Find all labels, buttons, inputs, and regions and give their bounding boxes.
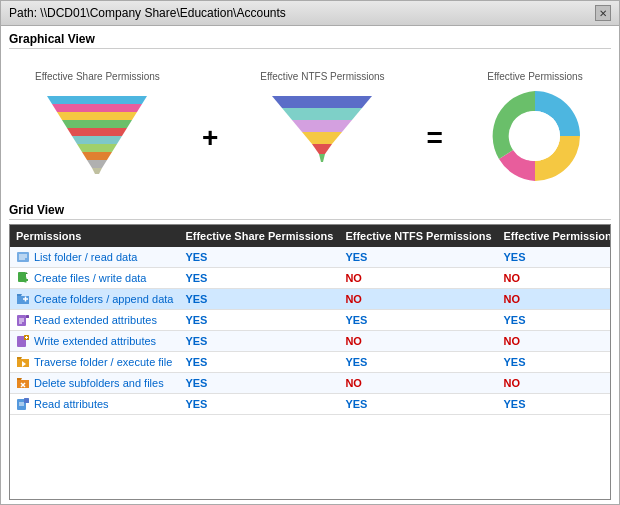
- svg-marker-0: [47, 96, 147, 104]
- col-header-permissions: Permissions: [10, 225, 179, 247]
- svg-marker-13: [302, 132, 342, 144]
- effective-value: YES: [498, 310, 610, 331]
- permission-label: Read extended attributes: [34, 314, 157, 326]
- share-value: YES: [179, 352, 339, 373]
- table-row: List folder / read dataYESYESYES: [10, 247, 610, 268]
- permission-label: Traverse folder / execute file: [34, 356, 172, 368]
- svg-marker-7: [82, 152, 112, 160]
- effective-value: YES: [498, 247, 610, 268]
- graphical-view: Effective Share Permissions +: [9, 53, 611, 203]
- ntfs-value: NO: [339, 331, 497, 352]
- title-bar: Path: \\DCD01\Company Share\Education\Ac…: [1, 1, 619, 26]
- svg-marker-6: [77, 144, 117, 152]
- effective-donut-svg: [485, 86, 585, 186]
- svg-marker-1: [52, 104, 142, 112]
- svg-marker-5: [72, 136, 122, 144]
- svg-marker-4: [67, 128, 127, 136]
- list-icon: [16, 250, 30, 264]
- path-label: Path: \\DCD01\Company Share\Education\Ac…: [9, 6, 286, 20]
- effective-value: NO: [498, 373, 610, 394]
- effective-value: YES: [498, 352, 610, 373]
- write-ext-icon: [16, 334, 30, 348]
- create-folder-icon: [16, 292, 30, 306]
- equals-operator: =: [417, 122, 453, 154]
- table-row: Read attributesYESYESYES: [10, 394, 610, 415]
- ntfs-value: YES: [339, 247, 497, 268]
- effective-value: NO: [498, 289, 610, 310]
- graphical-view-title: Graphical View: [9, 32, 611, 49]
- ntfs-chart-label: Effective NTFS Permissions: [260, 71, 384, 82]
- share-chart-label: Effective Share Permissions: [35, 71, 160, 82]
- table-row: Read extended attributesYESYESYES: [10, 310, 610, 331]
- ntfs-value: YES: [339, 310, 497, 331]
- col-header-effective: Effective Permissions: [498, 225, 610, 247]
- permission-name-cell: Write extended attributes: [10, 331, 179, 352]
- table-row: Write extended attributesYESNONO: [10, 331, 610, 352]
- ntfs-value: NO: [339, 289, 497, 310]
- grid-wrapper: Permissions Effective Share Permissions …: [9, 224, 611, 500]
- permission-label: Create folders / append data: [34, 293, 173, 305]
- effective-permissions-chart: Effective Permissions: [485, 71, 585, 186]
- create-file-icon: [16, 271, 30, 285]
- table-row: Create folders / append dataYESNONO: [10, 289, 610, 310]
- grid-view-title: Grid View: [9, 203, 611, 220]
- plus-operator: +: [192, 122, 228, 154]
- table-header-row: Permissions Effective Share Permissions …: [10, 225, 610, 247]
- share-funnel-svg: [37, 86, 157, 186]
- table-row: Delete subfolders and filesYESNONO: [10, 373, 610, 394]
- col-header-ntfs: Effective NTFS Permissions: [339, 225, 497, 247]
- read-attr-icon: [16, 397, 30, 411]
- svg-marker-10: [272, 96, 372, 108]
- permission-name-cell: List folder / read data: [10, 247, 179, 268]
- svg-marker-2: [57, 112, 137, 120]
- ntfs-value: NO: [339, 373, 497, 394]
- permission-label: Read attributes: [34, 398, 109, 410]
- effective-value: NO: [498, 268, 610, 289]
- svg-marker-22: [26, 272, 28, 274]
- permission-label: List folder / read data: [34, 251, 137, 263]
- svg-marker-11: [282, 108, 362, 120]
- ntfs-value: YES: [339, 352, 497, 373]
- permission-label: Create files / write data: [34, 272, 147, 284]
- delete-icon: [16, 376, 30, 390]
- permission-name-cell: Delete subfolders and files: [10, 373, 179, 394]
- ntfs-funnel-svg: [262, 86, 382, 186]
- share-value: YES: [179, 373, 339, 394]
- share-value: YES: [179, 268, 339, 289]
- traverse-icon: [16, 355, 30, 369]
- share-value: YES: [179, 394, 339, 415]
- share-permissions-chart: Effective Share Permissions: [35, 71, 160, 186]
- grid-view-section: Grid View Permissions Effective Share Pe…: [9, 203, 611, 500]
- svg-marker-12: [292, 120, 352, 132]
- permission-name-cell: Traverse folder / execute file: [10, 352, 179, 373]
- permission-label: Delete subfolders and files: [34, 377, 164, 389]
- ntfs-permissions-chart: Effective NTFS Permissions: [260, 71, 384, 186]
- svg-marker-8: [87, 160, 107, 168]
- svg-rect-40: [24, 398, 29, 403]
- effective-value: NO: [498, 331, 610, 352]
- col-header-share: Effective Share Permissions: [179, 225, 339, 247]
- svg-marker-9: [92, 168, 102, 174]
- close-button[interactable]: ✕: [595, 5, 611, 21]
- permissions-table: Permissions Effective Share Permissions …: [10, 225, 610, 415]
- svg-point-16: [510, 111, 560, 161]
- effective-chart-label: Effective Permissions: [487, 71, 582, 82]
- svg-marker-15: [319, 154, 325, 162]
- svg-marker-3: [62, 120, 132, 128]
- permission-name-cell: Create folders / append data: [10, 289, 179, 310]
- permission-name-cell: Read extended attributes: [10, 310, 179, 331]
- table-body: List folder / read dataYESYESYESCreate f…: [10, 247, 610, 415]
- svg-marker-14: [312, 144, 332, 154]
- share-value: YES: [179, 310, 339, 331]
- permission-name-cell: Create files / write data: [10, 268, 179, 289]
- permission-label: Write extended attributes: [34, 335, 156, 347]
- table-row: Traverse folder / execute fileYESYESYES: [10, 352, 610, 373]
- share-value: YES: [179, 331, 339, 352]
- ntfs-value: YES: [339, 394, 497, 415]
- ntfs-value: NO: [339, 268, 497, 289]
- svg-rect-28: [26, 315, 29, 318]
- content-area: Graphical View Effective Share Permissio…: [1, 26, 619, 504]
- permission-name-cell: Read attributes: [10, 394, 179, 415]
- grid-scroll[interactable]: Permissions Effective Share Permissions …: [10, 225, 610, 499]
- effective-value: YES: [498, 394, 610, 415]
